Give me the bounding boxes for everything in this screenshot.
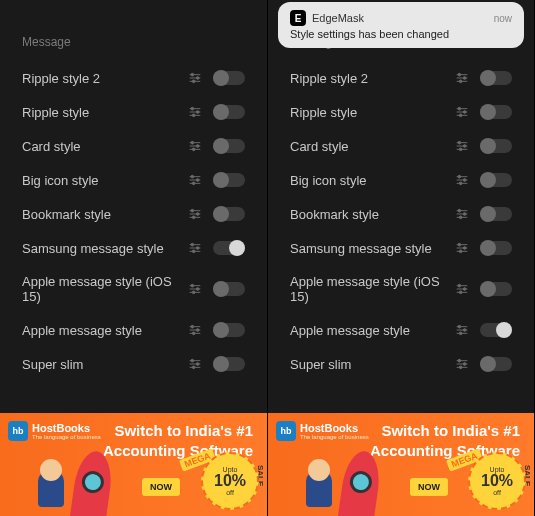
style-row: Bookmark style <box>290 197 512 231</box>
svg-point-63 <box>458 107 461 110</box>
style-toggle[interactable] <box>213 323 245 337</box>
svg-point-15 <box>191 141 194 144</box>
svg-point-65 <box>459 114 462 117</box>
svg-point-106 <box>463 363 466 366</box>
style-label[interactable]: Apple message style (iOS 15) <box>22 274 187 304</box>
style-label[interactable]: Samsung message style <box>290 241 454 256</box>
style-row: Ripple style 2 <box>22 61 245 95</box>
style-row: Bookmark style <box>22 197 245 231</box>
notification-toast[interactable]: EEdgeMasknowStyle settings has been chan… <box>278 2 524 48</box>
ad-banner[interactable]: hbHostBooksThe language of businessSwitc… <box>0 413 267 516</box>
style-row: Samsung message style <box>22 231 245 265</box>
settings-icon[interactable] <box>187 322 203 338</box>
style-label[interactable]: Bookmark style <box>22 207 187 222</box>
style-label[interactable]: Big icon style <box>290 173 454 188</box>
settings-icon[interactable] <box>454 356 470 372</box>
svg-point-105 <box>458 359 461 362</box>
style-label[interactable]: Super slim <box>22 357 187 372</box>
settings-icon[interactable] <box>454 70 470 86</box>
style-label[interactable]: Ripple style <box>22 105 187 120</box>
style-row: Super slim <box>290 347 512 381</box>
style-label[interactable]: Ripple style 2 <box>22 71 187 86</box>
svg-point-58 <box>463 77 466 80</box>
style-toggle[interactable] <box>213 139 245 153</box>
svg-point-27 <box>191 209 194 212</box>
svg-point-75 <box>458 175 461 178</box>
character-illustration <box>298 459 340 516</box>
style-toggle[interactable] <box>480 71 512 85</box>
settings-icon[interactable] <box>454 138 470 154</box>
style-label[interactable]: Card style <box>290 139 454 154</box>
style-row: Samsung message style <box>290 231 512 265</box>
settings-icon[interactable] <box>454 206 470 222</box>
character-illustration <box>30 459 72 516</box>
svg-point-77 <box>459 182 462 185</box>
settings-icon[interactable] <box>187 138 203 154</box>
settings-icon[interactable] <box>454 322 470 338</box>
style-label[interactable]: Super slim <box>290 357 454 372</box>
style-row: Super slim <box>22 347 245 381</box>
style-row: Ripple style 2 <box>290 61 512 95</box>
svg-point-89 <box>459 250 462 253</box>
svg-point-45 <box>191 325 194 328</box>
svg-point-41 <box>192 291 195 294</box>
style-row: Big icon style <box>22 163 245 197</box>
style-label[interactable]: Apple message style <box>22 323 187 338</box>
settings-icon[interactable] <box>454 172 470 188</box>
right-panel: EEdgeMasknowStyle settings has been chan… <box>267 0 534 516</box>
style-toggle[interactable] <box>213 71 245 85</box>
settings-icon[interactable] <box>187 206 203 222</box>
style-toggle[interactable] <box>213 241 245 255</box>
style-label[interactable]: Apple message style (iOS 15) <box>290 274 454 304</box>
style-toggle[interactable] <box>480 173 512 187</box>
style-toggle[interactable] <box>480 105 512 119</box>
style-toggle[interactable] <box>213 105 245 119</box>
ad-banner[interactable]: hbHostBooksThe language of businessSwitc… <box>268 413 534 516</box>
svg-point-81 <box>458 209 461 212</box>
brand-tagline: The language of business <box>32 434 101 440</box>
settings-icon[interactable] <box>187 240 203 256</box>
style-label[interactable]: Big icon style <box>22 173 187 188</box>
svg-point-39 <box>191 284 194 287</box>
svg-point-88 <box>463 247 466 250</box>
style-toggle[interactable] <box>480 323 512 337</box>
style-toggle[interactable] <box>213 207 245 221</box>
style-toggle[interactable] <box>213 357 245 371</box>
style-label[interactable]: Card style <box>22 139 187 154</box>
svg-point-51 <box>191 359 194 362</box>
svg-point-3 <box>191 73 194 76</box>
settings-icon[interactable] <box>187 172 203 188</box>
hostbooks-logo-icon: hb <box>276 421 296 441</box>
svg-point-4 <box>196 77 199 80</box>
svg-point-16 <box>196 145 199 148</box>
svg-point-23 <box>192 182 195 185</box>
style-list: Ripple style 2Ripple styleCard styleBig … <box>0 61 267 381</box>
settings-icon[interactable] <box>187 70 203 86</box>
svg-point-34 <box>196 247 199 250</box>
style-toggle[interactable] <box>480 139 512 153</box>
style-row: Big icon style <box>290 163 512 197</box>
settings-icon[interactable] <box>454 281 470 297</box>
settings-icon[interactable] <box>454 104 470 120</box>
settings-icon[interactable] <box>187 104 203 120</box>
style-label[interactable]: Apple message style <box>290 323 454 338</box>
style-label[interactable]: Ripple style 2 <box>290 71 454 86</box>
style-row: Ripple style <box>290 95 512 129</box>
style-label[interactable]: Ripple style <box>290 105 454 120</box>
svg-point-93 <box>458 284 461 287</box>
style-label[interactable]: Samsung message style <box>22 241 187 256</box>
notification-body: Style settings has been changed <box>290 28 512 40</box>
style-toggle[interactable] <box>480 241 512 255</box>
style-toggle[interactable] <box>480 357 512 371</box>
style-toggle[interactable] <box>480 282 512 296</box>
style-toggle[interactable] <box>213 282 245 296</box>
now-chip: NOW <box>142 478 180 496</box>
svg-point-64 <box>463 111 466 114</box>
style-toggle[interactable] <box>213 173 245 187</box>
settings-icon[interactable] <box>187 356 203 372</box>
settings-icon[interactable] <box>454 240 470 256</box>
style-toggle[interactable] <box>480 207 512 221</box>
settings-icon[interactable] <box>187 281 203 297</box>
style-label[interactable]: Bookmark style <box>290 207 454 222</box>
notification-app-name: EdgeMask <box>312 12 364 24</box>
